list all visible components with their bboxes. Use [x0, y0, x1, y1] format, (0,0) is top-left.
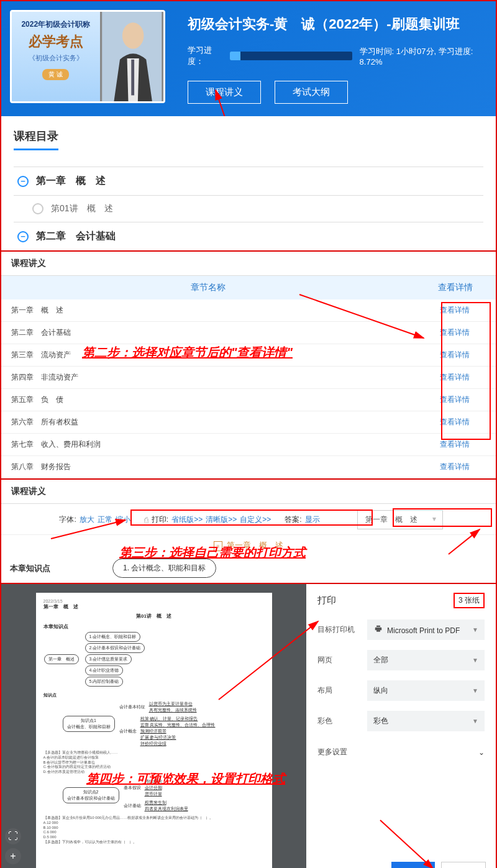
- chapter-name: 第二章 会计基础: [11, 327, 424, 338]
- table-row: 第四章 非流动资产查看详情: [1, 367, 496, 389]
- printer-select[interactable]: Microsoft Print to PDF ▼: [367, 619, 485, 640]
- exam-outline-button[interactable]: 考试大纲: [275, 81, 348, 104]
- chapter-name: 第六章 所有者权益: [11, 417, 424, 427]
- preview-h1: 第一章 概 述: [43, 603, 265, 610]
- instructor-photo: [100, 12, 163, 101]
- printer-icon: ⎙: [144, 516, 148, 524]
- course-promo-card: 2022年初级会计职称 必学考点 《初级会计实务》 黄 诚: [10, 10, 165, 103]
- chapter-name: 第八章 财务报告: [11, 462, 424, 472]
- knowledge-bubble-1: 1. 会计概念、职能和目标: [112, 559, 216, 578]
- view-detail-link[interactable]: 查看详情: [424, 305, 486, 316]
- chapter-2-row[interactable]: − 第二章 会计基础: [14, 222, 483, 250]
- lesson-1-label: 第01讲 概 述: [51, 203, 113, 214]
- lecture-viewer-panel: 课程讲义 字体: 放大 正常 缩小 ⎙ 打印: 省纸版>> 清晰版>> 自定义>…: [1, 478, 496, 583]
- print-title: 打印: [317, 595, 336, 606]
- collapse-icon[interactable]: −: [17, 176, 29, 187]
- print-clear-button[interactable]: 清晰版>>: [206, 514, 237, 525]
- table-row: 第六章 所有者权益查看详情: [1, 411, 496, 434]
- viewer-toolbar: 字体: 放大 正常 缩小 ⎙ 打印: 省纸版>> 清晰版>> 自定义>> 答案:…: [1, 504, 496, 535]
- chapter-1-row[interactable]: − 第一章 概 述: [14, 167, 483, 195]
- promo-badge: 黄 诚: [42, 69, 69, 80]
- sheet-count: 3 张纸: [454, 593, 485, 608]
- print-custom-button[interactable]: 自定义>>: [240, 514, 271, 525]
- preview-date: 2022/3/15: [43, 599, 265, 603]
- table-row: 第七章 收入、费用和利润查看详情: [1, 434, 496, 456]
- lecture-panel-title: 课程讲义: [1, 252, 496, 276]
- step3-annotation: 第三步：选择自己需要的打印方式: [119, 544, 306, 561]
- promo-line3: 《初级会计实务》: [17, 53, 95, 63]
- view-detail-link[interactable]: 查看详情: [424, 439, 486, 450]
- chapter-select-value: 第一章 概 述: [365, 515, 417, 524]
- preview-section-label: 本章知识点: [43, 623, 265, 630]
- print-settings-pane: 打印 3 张纸 目标打印机 Microsoft Print to PDF ▼ 网…: [306, 584, 496, 868]
- chapter-name: 第一章 概 述: [11, 305, 424, 316]
- table-row: 第二章 会计基础查看详情: [1, 322, 496, 344]
- view-detail-link[interactable]: 查看详情: [424, 395, 486, 405]
- layout-label: 布局: [317, 685, 367, 696]
- answer-label: 答案:: [285, 514, 301, 525]
- printer-label: 目标打印机: [317, 624, 367, 635]
- chapter-1-label: 第一章 概 述: [36, 175, 106, 188]
- printer-select-icon: [373, 624, 383, 633]
- chevron-down-icon: ▼: [472, 657, 478, 664]
- table-row: 第八章 财务报告查看详情: [1, 456, 496, 478]
- font-normal-button[interactable]: 正常: [98, 514, 112, 525]
- font-label: 字体:: [59, 514, 76, 525]
- color-select[interactable]: 彩色▼: [367, 711, 485, 731]
- collapse-icon[interactable]: −: [17, 231, 29, 242]
- answer-show-button[interactable]: 显示: [305, 514, 320, 525]
- print-label: 打印:: [152, 514, 168, 525]
- chevron-down-icon: ▼: [472, 718, 478, 724]
- color-label: 彩色: [317, 716, 367, 726]
- viewer-panel-title: 课程讲义: [1, 480, 496, 504]
- view-detail-link[interactable]: 查看详情: [424, 327, 486, 338]
- pages-select[interactable]: 全部▼: [367, 650, 485, 670]
- view-detail-link[interactable]: 查看详情: [424, 417, 486, 427]
- chevron-down-icon: ▼: [472, 687, 478, 694]
- layout-select[interactable]: 纵向▼: [367, 680, 485, 701]
- step2-annotation: 第二步：选择对应章节后的"查看详情": [82, 344, 293, 361]
- font-large-button[interactable]: 放大: [80, 514, 94, 525]
- chapter-name: 第五章 负 债: [11, 395, 424, 405]
- print-eco-button[interactable]: 省纸版>>: [171, 514, 203, 525]
- promo-line2: 必学考点: [17, 32, 95, 51]
- col-detail: 查看详情: [415, 282, 496, 293]
- print-cancel-button[interactable]: 取消: [441, 862, 486, 868]
- svg-point-1: [122, 22, 144, 48]
- svg-rect-2: [131, 60, 134, 96]
- chevron-down-icon: ⌄: [478, 748, 485, 757]
- course-title: 初级会计实务-黄 诚（2022年）-刷题集训班: [188, 15, 483, 34]
- view-detail-link[interactable]: 查看详情: [424, 350, 486, 360]
- course-catalog: 课程目录 − 第一章 概 述 第01讲 概 述 − 第二章 会计基础: [1, 116, 496, 250]
- table-row: 第五章 负 债查看详情: [1, 389, 496, 411]
- more-settings-toggle[interactable]: 更多设置 ⌄: [317, 741, 485, 762]
- lesson-bullet-icon: [32, 203, 43, 214]
- step4-annotation: 第四步：可预览效果，设置打印格式: [86, 770, 285, 787]
- print-dialog: 2022/3/15 第一章 概 述 第01讲 概 述 本章知识点 第一章 概述 …: [1, 583, 496, 868]
- zoom-in-button[interactable]: +: [5, 848, 21, 864]
- lecture-notes-button[interactable]: 课程讲义: [188, 81, 261, 104]
- mindmap-root: 第一章 概述: [44, 654, 79, 664]
- course-header-banner: 2022年初级会计职称 必学考点 《初级会计实务》 黄 诚 初级会计实务-黄 诚…: [1, 1, 496, 116]
- fit-page-button[interactable]: ⛶: [5, 828, 21, 844]
- progress-label: 学习进度：: [188, 45, 224, 67]
- chevron-down-icon: ▾: [432, 514, 436, 523]
- progress-bar: [230, 52, 352, 60]
- lecture-list-panel: 课程讲义 章节名称 查看详情 第一章 概 述查看详情第二章 会计基础查看详情第三…: [1, 250, 496, 478]
- table-row: 第一章 概 述查看详情: [1, 299, 496, 322]
- print-preview-pane[interactable]: 2022/3/15 第一章 概 述 第01讲 概 述 本章知识点 第一章 概述 …: [1, 584, 306, 868]
- preview-page-1: 2022/3/15 第一章 概 述 第01讲 概 述 本章知识点 第一章 概述 …: [36, 593, 272, 868]
- chapter-select-dropdown[interactable]: 第一章 概 述 ▾: [357, 510, 443, 529]
- view-detail-link[interactable]: 查看详情: [424, 462, 486, 472]
- knowledge-section-label: 本章知识点: [10, 563, 50, 574]
- chapter-name: 第七章 收入、费用和利润: [11, 439, 424, 450]
- chevron-down-icon: ▼: [472, 626, 478, 633]
- print-confirm-button[interactable]: 打印: [391, 862, 435, 868]
- lesson-1-row[interactable]: 第01讲 概 述: [14, 195, 483, 222]
- preview-h2: 第01讲 概 述: [43, 613, 265, 619]
- chapter-name: 第四章 非流动资产: [11, 372, 424, 383]
- kp-label: 知识点: [43, 692, 265, 698]
- view-detail-link[interactable]: 查看详情: [424, 372, 486, 383]
- study-info: 学习时间: 1小时07分, 学习进度: 8.72%: [360, 46, 483, 66]
- font-small-button[interactable]: 缩小: [116, 514, 130, 525]
